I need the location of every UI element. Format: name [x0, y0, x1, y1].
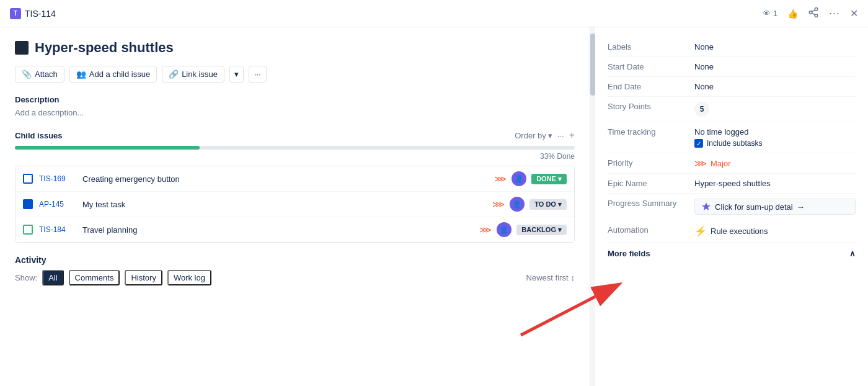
field-labels: Labels None: [608, 37, 856, 57]
show-label: Show:: [15, 273, 37, 282]
story-points-badge: 5: [694, 102, 709, 117]
avatar: 👤: [512, 171, 526, 186]
field-label-automation: Automation: [608, 225, 694, 235]
action-more-button[interactable]: ···: [249, 66, 267, 83]
svg-point-0: [815, 8, 818, 11]
field-label-start-date: Start Date: [608, 62, 694, 71]
priority-major-label: Major: [711, 159, 731, 168]
field-label-end-date: End Date: [608, 82, 694, 91]
status-badge-backlog[interactable]: BACKLOG ▾: [516, 225, 567, 235]
activity-title: Activity: [15, 255, 575, 265]
arrow-right-icon: →: [797, 202, 805, 212]
child-issue-id[interactable]: TIS-169: [39, 174, 76, 183]
child-issue-id[interactable]: AP-145: [39, 200, 76, 209]
more-fields-toggle[interactable]: More fields ∧: [608, 243, 856, 264]
app-logo: T: [10, 8, 21, 19]
newest-first-button[interactable]: Newest first ↕: [526, 273, 575, 282]
add-child-button[interactable]: 👥 Add a child issue: [69, 66, 157, 83]
field-label-priority: Priority: [608, 158, 694, 168]
svg-point-1: [809, 11, 812, 14]
progress-bar-fill: [15, 146, 200, 150]
svg-marker-5: [702, 202, 710, 210]
description-label: Description: [15, 95, 575, 104]
lightning-icon: ⚡: [694, 225, 707, 237]
progress-summary-button[interactable]: Click for sum-up detai →: [694, 199, 856, 215]
status-badge-todo[interactable]: TO DO ▾: [529, 199, 567, 210]
field-label-labels: Labels: [608, 42, 694, 52]
filter-comments-button[interactable]: Comments: [69, 270, 120, 285]
link-issue-button[interactable]: 🔗 Link issue: [162, 66, 224, 83]
checkbox-include-subtasks[interactable]: [694, 139, 703, 148]
child-issues-title: Child issues: [15, 131, 63, 140]
link-icon: 🔗: [169, 70, 179, 79]
scrollbar-thumb: [590, 34, 595, 96]
activity-section: Activity Show: All Comments History Work…: [15, 255, 575, 285]
issue-id: TIS-114: [25, 9, 56, 19]
field-value-story-points[interactable]: 5: [694, 102, 856, 117]
order-by-button[interactable]: Order by ▾: [515, 131, 552, 140]
issue-title[interactable]: Hyper-speed shuttles: [35, 40, 174, 56]
child-issue-actions: ⋙ 👤 TO DO ▾: [492, 197, 567, 212]
more-fields-label: More fields: [608, 249, 650, 258]
progress-bar: [15, 146, 575, 150]
field-value-start-date[interactable]: None: [694, 62, 856, 71]
watch-button[interactable]: 👁 1: [763, 9, 777, 18]
issue-type-icon-task: [23, 199, 33, 209]
child-issue-id[interactable]: TIS-184: [39, 225, 76, 234]
automation-label: Rule executions: [711, 227, 768, 236]
action-caret-button[interactable]: ▾: [229, 66, 244, 83]
issue-type-icon: [15, 41, 29, 55]
field-progress-summary: Progress Summary Click for sum-up detai …: [608, 194, 856, 220]
child-issues-controls: Order by ▾ ··· +: [515, 130, 575, 141]
priority-major-icon: ⋙: [479, 225, 492, 235]
field-value-epic-name[interactable]: Hyper-speed shuttles: [694, 179, 856, 188]
share-icon[interactable]: [808, 7, 819, 20]
issue-type-icon-story2: [23, 225, 33, 235]
thumbsup-icon[interactable]: 👍: [787, 9, 798, 19]
svg-line-4: [812, 10, 815, 12]
no-time-logged: No time logged: [694, 127, 856, 137]
avatar: 👤: [510, 197, 525, 212]
paperclip-icon: 📎: [22, 70, 32, 79]
field-story-points: Story Points 5: [608, 97, 856, 122]
right-panel: Labels None Start Date None End Date Non…: [595, 27, 868, 386]
chevron-down-icon: ▾: [548, 131, 552, 140]
child-issues-more-icon[interactable]: ···: [557, 131, 564, 140]
progress-label: 33% Done: [15, 152, 575, 161]
close-icon[interactable]: ✕: [850, 7, 858, 19]
include-subtasks-checkbox[interactable]: Include subtasks: [694, 139, 856, 148]
top-bar-actions: 👁 1 👍 ··· ✕: [763, 7, 858, 20]
filter-worklog-button[interactable]: Work log: [167, 270, 211, 285]
filter-all-button[interactable]: All: [42, 270, 63, 285]
child-issue-list: TIS-169 Creating emergency button ⋙ 👤 DO…: [15, 166, 575, 243]
priority-major-icon: ⋙: [694, 158, 707, 168]
sort-icon: ↕: [571, 273, 575, 282]
progress-icon: [701, 202, 711, 212]
add-child-icon[interactable]: +: [569, 130, 575, 141]
include-subtasks-label: Include subtasks: [707, 139, 762, 148]
table-row: TIS-169 Creating emergency button ⋙ 👤 DO…: [16, 166, 574, 192]
field-value-labels[interactable]: None: [694, 42, 856, 52]
svg-point-2: [815, 14, 818, 17]
status-badge-done[interactable]: DONE ▾: [531, 174, 567, 184]
field-automation: Automation ⚡ Rule executions: [608, 220, 856, 243]
field-value-end-date[interactable]: None: [694, 82, 856, 91]
child-issue-actions: ⋙ 👤 DONE ▾: [494, 171, 567, 186]
child-issue-name: My test task: [82, 200, 486, 209]
child-issue-name: Creating emergency button: [82, 174, 488, 184]
field-value-progress-summary: Click for sum-up detai →: [694, 199, 856, 215]
field-value-priority[interactable]: ⋙ Major: [694, 158, 731, 168]
field-label-story-points: Story Points: [608, 102, 694, 111]
field-priority: Priority ⋙ Major: [608, 153, 856, 174]
field-label-epic-name: Epic Name: [608, 179, 694, 188]
action-bar: 📎 Attach 👥 Add a child issue 🔗 Link issu…: [15, 66, 575, 83]
child-issues-header: Child issues Order by ▾ ··· +: [15, 130, 575, 141]
attach-button[interactable]: 📎 Attach: [15, 66, 64, 83]
field-value-time-tracking: No time logged Include subtasks: [694, 127, 856, 148]
scrollbar[interactable]: [590, 27, 595, 386]
description-placeholder[interactable]: Add a description...: [15, 108, 575, 117]
field-value-automation[interactable]: ⚡ Rule executions: [694, 225, 856, 237]
filter-history-button[interactable]: History: [125, 270, 162, 285]
more-icon[interactable]: ···: [829, 7, 840, 20]
issue-title-row: Hyper-speed shuttles: [15, 40, 575, 56]
